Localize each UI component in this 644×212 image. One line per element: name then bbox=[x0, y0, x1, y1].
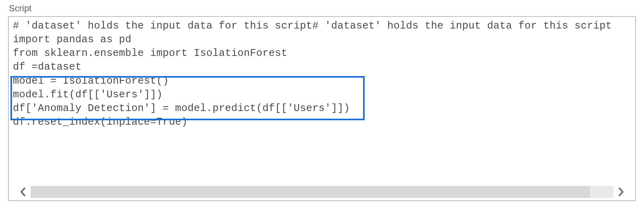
chevron-right-icon bbox=[617, 187, 625, 197]
script-editor[interactable]: # 'dataset' holds the input data for thi… bbox=[8, 16, 636, 201]
code-text[interactable]: # 'dataset' holds the input data for thi… bbox=[9, 17, 635, 129]
scroll-track[interactable] bbox=[31, 186, 613, 198]
chevron-left-icon bbox=[19, 187, 27, 197]
horizontal-scrollbar[interactable] bbox=[16, 185, 628, 199]
scroll-thumb[interactable] bbox=[31, 186, 590, 198]
scroll-right-button[interactable] bbox=[614, 185, 628, 199]
scroll-left-button[interactable] bbox=[16, 185, 30, 199]
script-label: Script bbox=[8, 3, 636, 14]
